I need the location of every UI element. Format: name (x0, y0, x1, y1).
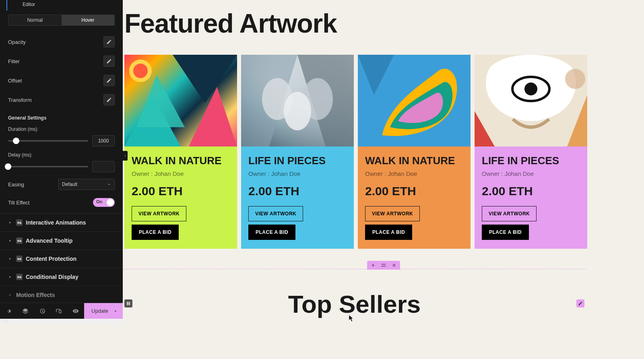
sidebar-collapse-handle[interactable] (123, 151, 128, 161)
svg-point-16 (565, 69, 585, 89)
plugin-icon: ea (16, 256, 23, 262)
place-bid-button[interactable]: PLACE A BID (482, 225, 529, 240)
duration-slider-row: 1000 (0, 132, 123, 149)
artwork-card[interactable]: WALK IN NATURE Owner : Johan Doe 2.00 ET… (124, 55, 237, 249)
accordion-advanced-tooltip[interactable]: ea Advanced Tooltip (0, 231, 123, 250)
delay-slider[interactable] (8, 166, 88, 167)
close-icon (392, 263, 396, 268)
history-button[interactable] (34, 303, 51, 319)
eye-icon (72, 308, 79, 314)
pencil-icon (106, 58, 112, 64)
prop-offset: Offset (0, 71, 123, 90)
easing-row: Easing Default (0, 175, 123, 194)
tab-normal[interactable]: Normal (8, 15, 62, 25)
transform-edit-button[interactable] (103, 94, 115, 105)
accordion-label: Content Protection (26, 256, 76, 262)
filter-label: Filter (8, 58, 20, 64)
chevron-up-icon (113, 309, 118, 314)
tilt-toggle[interactable]: On (93, 198, 115, 207)
plus-icon (371, 263, 376, 268)
svg-point-20 (382, 266, 382, 266)
artwork-image (358, 55, 471, 146)
card-owner: Owner : Johan Doe (365, 170, 463, 177)
accordion-content-protection[interactable]: ea Content Protection (0, 250, 123, 268)
svg-point-17 (382, 264, 382, 265)
delay-label: Delay (ms) (0, 149, 123, 158)
view-artwork-button[interactable]: VIEW ARTWORK (365, 206, 420, 221)
responsive-button[interactable] (50, 303, 67, 319)
devices-icon (56, 308, 62, 314)
chevron-down-icon (107, 182, 111, 186)
prop-transform: Transform (0, 90, 123, 109)
artwork-image (475, 55, 587, 146)
section-top-border (123, 269, 586, 270)
drag-dots-icon (381, 262, 386, 268)
editor-canvas: Featured Artwork WALK IN NATURE Owner : … (123, 0, 644, 359)
editor-sidebar: Editor Normal Hover Opacity Filter Offse… (0, 0, 123, 319)
preview-button[interactable] (67, 303, 84, 319)
svg-marker-4 (189, 87, 237, 146)
card-price: 2.00 ETH (365, 184, 463, 198)
svg-point-21 (383, 266, 384, 266)
featured-artwork-title: Featured Artwork (123, 0, 644, 55)
accordion-label: Advanced Tooltip (26, 237, 72, 244)
delay-slider-row (0, 158, 123, 175)
card-owner: Owner : Johan Doe (248, 170, 347, 177)
plugin-icon: ea (16, 219, 23, 226)
section-delete-button[interactable] (391, 262, 397, 268)
transform-label: Transform (8, 97, 32, 103)
place-bid-button[interactable]: PLACE A BID (132, 225, 179, 240)
easing-value: Default (62, 182, 77, 187)
section-add-button[interactable] (370, 262, 376, 268)
offset-label: Offset (8, 78, 22, 84)
prop-opacity: Opacity (0, 32, 123, 52)
accordion-conditional-display[interactable]: ea Conditional Display (0, 268, 123, 286)
settings-button[interactable] (0, 303, 17, 319)
card-title: LIFE IN PIECES (482, 155, 580, 167)
offset-edit-button[interactable] (103, 75, 115, 86)
svg-point-18 (383, 264, 384, 265)
tilt-on-label: On (96, 199, 102, 204)
artwork-card[interactable]: LIFE IN PIECES Owner : Johan Doe 2.00 ET… (241, 55, 354, 249)
opacity-edit-button[interactable] (103, 36, 115, 47)
update-label: Update (91, 308, 108, 314)
general-settings-label: General Settings (0, 109, 123, 123)
place-bid-button[interactable]: PLACE A BID (365, 225, 412, 240)
accordion-motion-effects[interactable]: Motion Effects (0, 286, 123, 304)
filter-edit-button[interactable] (103, 56, 115, 67)
opacity-label: Opacity (8, 39, 26, 45)
svg-marker-5 (136, 75, 185, 127)
sidebar-footer: Update (0, 303, 123, 319)
section-drag-handle[interactable] (381, 262, 386, 268)
update-button[interactable]: Update (84, 303, 123, 319)
chevron-left-icon (124, 154, 127, 157)
card-owner: Owner : Johan Doe (132, 170, 230, 177)
duration-slider[interactable] (8, 140, 88, 142)
delay-input[interactable] (92, 161, 115, 172)
artwork-card[interactable]: LIFE IN PIECES Owner : Johan Doe 2.00 ET… (475, 55, 587, 249)
resize-handle-dots[interactable]: :::: (0, 319, 123, 324)
place-bid-button[interactable]: PLACE A BID (248, 225, 295, 240)
svg-point-10 (284, 92, 311, 130)
view-artwork-button[interactable]: VIEW ARTWORK (132, 206, 186, 221)
accordion-interactive-animations[interactable]: ea Interactive Animations (0, 213, 123, 231)
artwork-cards-row: WALK IN NATURE Owner : Johan Doe 2.00 ET… (123, 55, 644, 249)
artwork-card[interactable]: WALK IN NATURE Owner : Johan Doe 2.00 ET… (358, 55, 471, 249)
svg-point-15 (524, 83, 537, 95)
tilt-row: Tilt Effect On (0, 194, 123, 213)
artwork-image (124, 55, 237, 146)
tab-hover[interactable]: Hover (62, 15, 115, 25)
accordion-label: Conditional Display (26, 274, 78, 280)
section-controls-pill (367, 261, 400, 270)
svg-point-1 (133, 64, 148, 78)
gear-icon (5, 308, 12, 314)
prop-filter: Filter (0, 52, 123, 71)
card-owner: Owner : Johan Doe (482, 170, 580, 177)
navigator-button[interactable] (17, 303, 34, 319)
card-title: LIFE IN PIECES (248, 155, 347, 167)
duration-input[interactable]: 1000 (92, 135, 115, 146)
easing-select[interactable]: Default (58, 179, 115, 190)
view-artwork-button[interactable]: VIEW ARTWORK (248, 206, 303, 221)
tilt-label: Tilt Effect (8, 200, 29, 206)
view-artwork-button[interactable]: VIEW ARTWORK (482, 206, 537, 221)
